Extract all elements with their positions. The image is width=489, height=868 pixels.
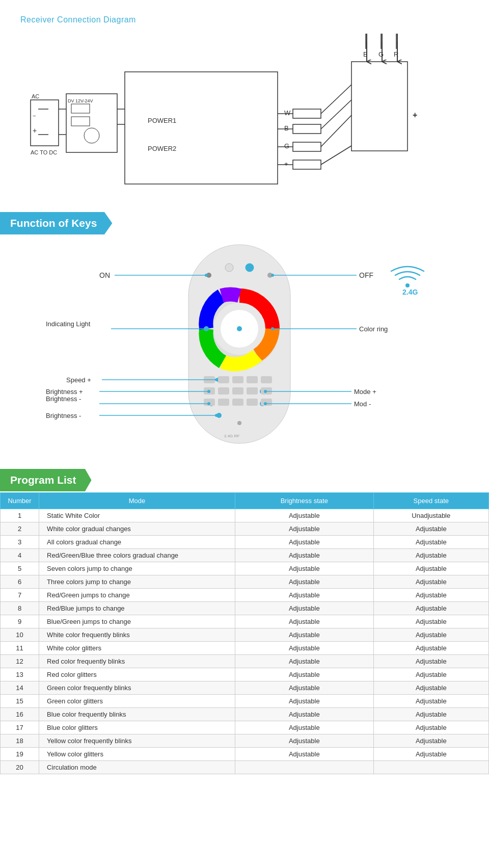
cell-number: 14 xyxy=(1,681,39,695)
program-table: Number Mode Brightness state Speed state… xyxy=(0,492,489,774)
cell-mode: All colors gradual change xyxy=(39,536,235,549)
cell-speed: Adjustable xyxy=(373,642,488,655)
table-row: 17Blue color glittersAdjustableAdjustabl… xyxy=(1,721,489,734)
cell-brightness: Adjustable xyxy=(235,734,373,748)
svg-rect-70 xyxy=(247,376,258,383)
cell-speed: Adjustable xyxy=(373,655,488,668)
svg-text:2.4G RF: 2.4G RF xyxy=(224,434,239,438)
svg-line-47 xyxy=(321,85,351,114)
cell-brightness: Adjustable xyxy=(235,522,373,536)
svg-point-55 xyxy=(225,264,233,272)
cell-speed: Adjustable xyxy=(373,681,488,695)
table-row: 1Static White ColorAdjustableUnadjustabl… xyxy=(1,509,489,522)
cell-number: 2 xyxy=(1,522,39,536)
cell-mode: Blue color glitters xyxy=(39,721,235,734)
svg-point-88 xyxy=(271,274,274,277)
cell-mode: Green color glitters xyxy=(39,695,235,708)
program-section: Program List Number Mode Brightness stat… xyxy=(0,469,489,774)
svg-point-97 xyxy=(215,378,218,381)
cell-brightness: Adjustable xyxy=(235,562,373,575)
cell-brightness: Adjustable xyxy=(235,708,373,721)
cell-number: 8 xyxy=(1,602,39,615)
cell-brightness: Adjustable xyxy=(235,721,373,734)
cell-speed: Adjustable xyxy=(373,575,488,589)
cell-speed: Adjustable xyxy=(373,562,488,575)
table-row: 7Red/Green jumps to changeAdjustableAdju… xyxy=(1,589,489,602)
cell-speed: Adjustable xyxy=(373,549,488,562)
svg-text:ON: ON xyxy=(99,271,110,279)
col-header-number: Number xyxy=(1,493,39,509)
cell-brightness: Adjustable xyxy=(235,602,373,615)
function-section-title: Function of Keys xyxy=(10,217,97,229)
cell-number: 1 xyxy=(1,509,39,522)
cell-number: 9 xyxy=(1,615,39,628)
svg-rect-78 xyxy=(218,399,229,406)
cell-speed: Adjustable xyxy=(373,615,488,628)
cell-brightness: Adjustable xyxy=(235,509,373,522)
function-section: Function of Keys xyxy=(0,212,489,454)
svg-rect-39 xyxy=(293,124,321,134)
svg-text:AC: AC xyxy=(32,93,39,99)
table-row: 9Blue/Green jumps to changeAdjustableAdj… xyxy=(1,615,489,628)
table-row: 11White color glittersAdjustableAdjustab… xyxy=(1,642,489,655)
cell-number: 16 xyxy=(1,708,39,721)
svg-rect-68 xyxy=(218,376,229,383)
svg-text:+: + xyxy=(284,160,288,168)
cell-number: 6 xyxy=(1,575,39,589)
svg-point-59 xyxy=(237,326,242,331)
cell-speed: Adjustable xyxy=(373,536,488,549)
cell-brightness: Adjustable xyxy=(235,589,373,602)
cell-number: 15 xyxy=(1,695,39,708)
table-row: 19Yellow color glittersAdjustableAdjusta… xyxy=(1,748,489,761)
svg-point-109 xyxy=(264,402,267,405)
table-row: 13Red color glittersAdjustableAdjustable xyxy=(1,668,489,681)
svg-rect-17 xyxy=(31,100,59,146)
svg-text:Brightness -: Brightness - xyxy=(46,412,81,419)
program-section-title: Program List xyxy=(10,474,76,486)
svg-point-112 xyxy=(215,414,218,417)
svg-text:Brightness +: Brightness + xyxy=(46,388,83,396)
cell-mode: Yellow color glitters xyxy=(39,748,235,761)
cell-brightness: Adjustable xyxy=(235,748,373,761)
cell-number: 11 xyxy=(1,642,39,655)
cell-number: 13 xyxy=(1,668,39,681)
col-header-mode: Mode xyxy=(39,493,235,509)
svg-text:+: + xyxy=(33,126,37,135)
svg-point-56 xyxy=(246,264,254,272)
cell-mode: Red color glitters xyxy=(39,668,235,681)
svg-text:Color  ring: Color ring xyxy=(359,325,388,333)
cell-number: 7 xyxy=(1,589,39,602)
cell-speed: Adjustable xyxy=(373,668,488,681)
svg-rect-74 xyxy=(232,387,243,394)
cell-number: 4 xyxy=(1,549,39,562)
svg-point-91 xyxy=(205,327,208,330)
table-row: 12Red color frequently blinksAdjustableA… xyxy=(1,655,489,668)
cell-number: 3 xyxy=(1,536,39,549)
cell-mode: Yellow color frequently blinks xyxy=(39,734,235,748)
cell-mode: White color glitters xyxy=(39,642,235,655)
cell-mode: Green color frequently blinks xyxy=(39,681,235,695)
cell-mode: Blue/Green jumps to change xyxy=(39,615,235,628)
cell-mode: Circulation mode xyxy=(39,761,235,774)
cell-mode: White color frequently blinks xyxy=(39,628,235,642)
svg-line-50 xyxy=(321,146,351,165)
cell-speed: Unadjustable xyxy=(373,509,488,522)
cell-brightness: Adjustable xyxy=(235,549,373,562)
svg-text:+: + xyxy=(413,111,417,119)
svg-line-48 xyxy=(321,100,351,129)
svg-text:B: B xyxy=(284,124,289,132)
col-header-speed: Speed state xyxy=(373,493,488,509)
svg-text:W: W xyxy=(284,109,291,117)
cell-mode: Red color frequently blinks xyxy=(39,655,235,668)
cell-speed: Adjustable xyxy=(373,734,488,748)
table-row: 3All colors gradual changeAdjustableAdju… xyxy=(1,536,489,549)
cell-brightness: Adjustable xyxy=(235,628,373,642)
cell-speed: Adjustable xyxy=(373,522,488,536)
svg-point-94 xyxy=(271,327,274,330)
table-row: 15Green color glittersAdjustableAdjustab… xyxy=(1,695,489,708)
svg-rect-26 xyxy=(71,117,90,126)
svg-text:Mode +: Mode + xyxy=(354,388,376,396)
svg-point-114 xyxy=(405,283,410,287)
table-row: 8Red/Blue jumps to changeAdjustableAdjus… xyxy=(1,602,489,615)
svg-rect-25 xyxy=(71,104,90,113)
